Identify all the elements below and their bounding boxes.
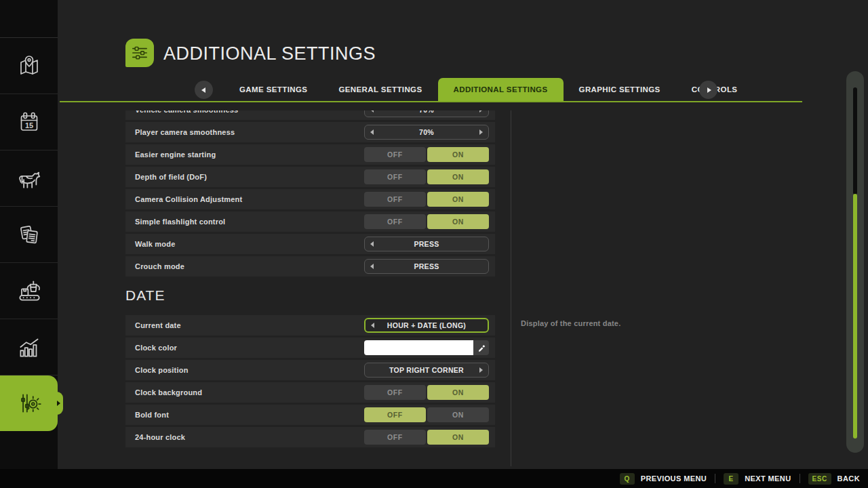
settings-row: Clock background OFF ON	[125, 382, 495, 403]
tab-bar: GAME SETTINGS GENERAL SETTINGS ADDITIONA…	[58, 78, 868, 101]
eyedropper-icon	[477, 344, 486, 352]
toggle-off-button[interactable]: OFF	[364, 169, 426, 184]
stepper-left-arrow-icon[interactable]	[370, 110, 374, 113]
setting-label: Camera Collision Adjustment	[135, 195, 242, 203]
setting-label: Bold font	[135, 411, 169, 419]
toggle-on-button[interactable]: ON	[427, 147, 489, 162]
walk-mode-stepper[interactable]: PRESS	[364, 237, 489, 251]
toggle-off-button[interactable]: OFF	[364, 147, 426, 162]
camera-collision-adjustment-toggle: OFF ON	[364, 192, 489, 207]
toggle-on-button[interactable]: ON	[427, 214, 489, 229]
setting-label: Easier engine starting	[135, 150, 216, 159]
toggle-off-button[interactable]: OFF	[364, 385, 426, 400]
settings-row: Camera Collision Adjustment OFF ON	[125, 189, 495, 209]
stepper-value: PRESS	[414, 240, 439, 248]
setting-label: Current date	[135, 321, 181, 329]
setting-label: Crouch mode	[135, 262, 184, 270]
tab-underline	[60, 101, 802, 102]
key-esc: ESC	[808, 473, 831, 485]
tab-game-settings[interactable]: GAME SETTINGS	[224, 78, 323, 101]
clock-position-stepper[interactable]: TOP RIGHT CORNER	[364, 363, 489, 378]
footer-bar: Q PREVIOUS MENU E NEXT MENU ESC BACK	[0, 469, 868, 488]
toggle-off-button[interactable]: OFF	[364, 192, 426, 207]
toggle-on-button[interactable]: ON	[427, 407, 489, 422]
settings-sliders-icon	[15, 389, 43, 418]
key-q: Q	[620, 473, 635, 485]
chart-icon	[15, 333, 43, 361]
setting-label: 24-hour clock	[135, 433, 185, 441]
clock-color-swatch[interactable]	[364, 340, 473, 355]
hint-label: BACK	[837, 474, 860, 483]
tab-additional-settings[interactable]: ADDITIONAL SETTINGS	[438, 78, 564, 101]
left-arrow-icon	[201, 87, 205, 93]
simple-flashlight-control-toggle: OFF ON	[364, 214, 489, 229]
stepper-right-arrow-icon[interactable]	[479, 129, 483, 135]
toggle-on-button[interactable]: ON	[427, 192, 489, 207]
setting-label: Clock background	[135, 388, 202, 396]
sidebar-item-animals[interactable]	[0, 150, 58, 207]
stepper-right-arrow-icon[interactable]	[479, 367, 483, 373]
next-menu-hint[interactable]: E NEXT MENU	[724, 473, 791, 485]
toggle-on-button[interactable]: ON	[427, 385, 489, 400]
scrollbar[interactable]	[846, 71, 864, 453]
main-panel: ADDITIONAL SETTINGS GAME SETTINGS GENERA…	[58, 0, 868, 488]
stepper-left-arrow-icon[interactable]	[370, 264, 374, 269]
stepper-left-arrow-icon[interactable]	[370, 129, 374, 135]
crouch-mode-stepper[interactable]: PRESS	[364, 259, 489, 274]
additional-settings-screen: 15	[0, 0, 868, 488]
sidebar-item-contracts[interactable]	[0, 207, 58, 263]
setting-label: Vehicle camera smoothness	[135, 110, 238, 114]
toggle-off-button[interactable]: OFF	[364, 214, 426, 229]
sidebar-item-map[interactable]	[0, 38, 58, 94]
setting-description: Display of the current date.	[521, 319, 620, 327]
tab-general-settings[interactable]: GENERAL SETTINGS	[323, 78, 437, 101]
easier-engine-starting-toggle: OFF ON	[364, 147, 489, 162]
back-hint[interactable]: ESC BACK	[808, 473, 860, 485]
player-camera-smoothness-stepper[interactable]: 70%	[364, 125, 489, 140]
bold-font-toggle: OFF ON	[364, 407, 489, 422]
date-section-title: DATE	[125, 285, 495, 306]
settings-row: Simple flashlight control OFF ON	[125, 211, 495, 232]
hint-label: PREVIOUS MENU	[641, 474, 707, 483]
map-icon	[16, 52, 43, 79]
page-title: ADDITIONAL SETTINGS	[163, 39, 376, 67]
setting-label: Walk mode	[135, 240, 175, 248]
vehicle-camera-smoothness-stepper[interactable]: 70%	[364, 110, 489, 117]
tabs-next-button[interactable]	[699, 81, 717, 99]
scrollbar-thumb[interactable]	[853, 194, 857, 439]
sidebar-item-statistics[interactable]	[0, 319, 58, 375]
settings-row: Easier engine starting OFF ON	[125, 144, 495, 165]
toggle-on-button[interactable]: ON	[427, 169, 489, 184]
stepper-value: 70%	[419, 110, 434, 114]
settings-row: 24-hour clock OFF ON	[125, 427, 495, 447]
setting-label: Clock color	[135, 344, 177, 352]
panel-divider	[511, 110, 511, 466]
key-e: E	[724, 473, 738, 485]
stepper-left-arrow-icon[interactable]	[370, 241, 374, 247]
sidebar-item-production[interactable]	[0, 263, 58, 319]
sidebar-item-settings[interactable]	[0, 375, 58, 431]
toggle-on-button[interactable]: ON	[427, 430, 489, 445]
sidebar-item-calendar[interactable]: 15	[0, 94, 58, 150]
additional-settings-icon	[125, 39, 154, 67]
settings-row: Crouch mode PRESS	[125, 256, 495, 277]
current-date-stepper[interactable]: HOUR + DATE (LONG)	[364, 318, 489, 333]
stepper-right-arrow-icon[interactable]	[479, 110, 483, 113]
setting-label: Depth of field (DoF)	[135, 173, 207, 181]
toggle-off-button[interactable]: OFF	[364, 407, 426, 422]
depth-of-field-toggle: OFF ON	[364, 169, 489, 184]
scrollbar-track[interactable]	[853, 87, 857, 195]
right-arrow-icon	[707, 87, 711, 93]
stepper-value: HOUR + DATE (LONG)	[387, 321, 466, 329]
settings-row: Bold font OFF ON	[125, 405, 495, 425]
setting-label: Simple flashlight control	[135, 218, 225, 226]
tabs-previous-button[interactable]	[195, 81, 213, 99]
toggle-off-button[interactable]: OFF	[364, 430, 426, 445]
tab-graphic-settings[interactable]: GRAPHIC SETTINGS	[564, 78, 676, 101]
sidebar-top-spacer	[0, 0, 58, 38]
previous-menu-hint[interactable]: Q PREVIOUS MENU	[620, 473, 707, 485]
setting-label: Player camera smoothness	[135, 128, 235, 136]
hint-label: NEXT MENU	[745, 474, 791, 483]
stepper-left-arrow-icon[interactable]	[371, 323, 374, 328]
color-picker-button[interactable]	[473, 340, 489, 355]
